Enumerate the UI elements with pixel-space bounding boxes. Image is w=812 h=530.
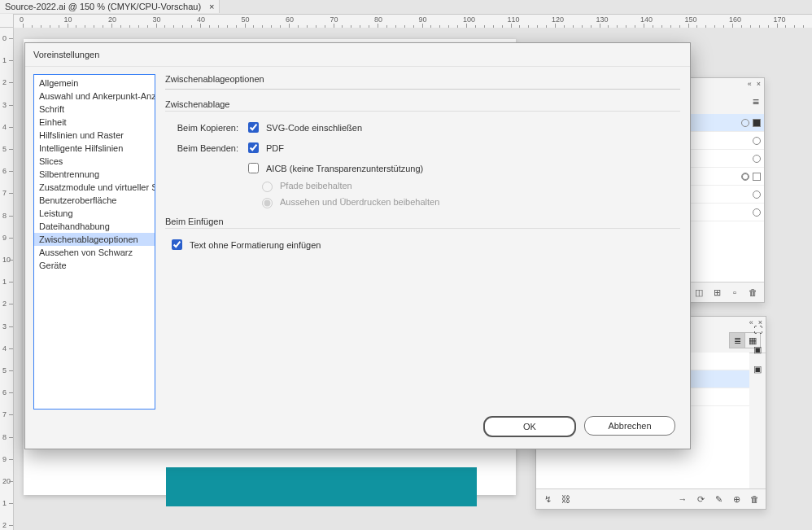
dialog-title: Voreinstellungen (25, 43, 690, 67)
preserve-appearance-radio: Aussehen und Überdrucken beibehalten (258, 195, 680, 208)
ruler-number: 150 (685, 15, 697, 24)
category-item[interactable]: Geräte (34, 259, 155, 272)
preserve-paths-radio: Pfade beibehalten (258, 179, 680, 192)
preserve-paths-radio-label: Pfade beibehalten (280, 181, 352, 191)
ruler-number: 0 (20, 15, 24, 24)
category-item[interactable]: Leistung (34, 207, 155, 220)
ruler-number: 130 (596, 15, 609, 24)
svg-code-checkbox[interactable]: SVG-Code einschließen (245, 120, 362, 135)
shape-rectangle[interactable] (166, 467, 477, 506)
content-title: Zwischenablageoptionen (165, 74, 680, 90)
category-item[interactable]: Einheit (34, 116, 155, 129)
paste-plain-checkbox[interactable]: Text ohne Formatierung einfügen (168, 237, 321, 252)
paste-plain-checkbox-input[interactable] (172, 239, 182, 250)
pdf-checkbox-label: PDF (266, 143, 284, 153)
ruler-number: 7 (2, 410, 7, 418)
ruler-number: 8 (2, 433, 7, 441)
ruler-number: 5 (2, 366, 7, 375)
ruler-number: 2 (2, 78, 7, 86)
ruler-number: 40 (197, 15, 205, 24)
group-clipboard-title: Zwischenablage (165, 99, 680, 112)
ruler-number: 70 (330, 15, 338, 24)
ruler-number: 2 (2, 521, 7, 529)
category-item[interactable]: Zwischenablageoptionen (34, 233, 155, 246)
group-paste-title: Beim Einfügen (165, 217, 680, 229)
category-item[interactable]: Aussehen von Schwarz (34, 246, 155, 259)
preserve-appearance-radio-input (262, 198, 273, 208)
cancel-button[interactable]: Abbrechen (584, 416, 675, 436)
aicb-checkbox-input[interactable] (248, 163, 259, 173)
ruler-number: 30 (153, 15, 161, 24)
category-item[interactable]: Auswahl und Ankerpunkt-Anzeige (34, 90, 155, 103)
quit-label: Beim Beenden: (165, 143, 238, 153)
ok-button[interactable]: OK (483, 416, 576, 437)
pdf-checkbox[interactable]: PDF (245, 140, 284, 155)
ruler-number: 3 (2, 101, 7, 109)
close-icon[interactable]: × (757, 80, 761, 88)
ruler-number: 50 (242, 15, 250, 24)
category-item[interactable]: Intelligente Hilfslinien (34, 142, 155, 155)
ruler-origin[interactable] (0, 14, 14, 28)
category-item[interactable]: Hilfslinien und Raster (34, 129, 155, 142)
ruler-number: 6 (2, 388, 7, 396)
image-icon[interactable]: ▣ (753, 364, 762, 374)
aicb-checkbox[interactable]: AICB (keine Transparenzunterstützung) (245, 160, 423, 176)
close-icon[interactable]: × (209, 0, 214, 13)
ruler-number: 1 (2, 499, 7, 507)
ruler-number: 1 (2, 56, 7, 64)
ruler-number: 9 (2, 234, 7, 242)
view-list-icon[interactable]: ≣ (729, 332, 745, 348)
category-item[interactable]: Slices (34, 155, 155, 168)
new-sublayer-icon[interactable]: ⊞ (712, 287, 722, 297)
category-item[interactable]: Benutzeroberfläche (34, 194, 155, 207)
ruler-number: 4 (2, 344, 7, 353)
app-root: Source-2022.ai @ 150 % (CMYK/CPU-Vorscha… (0, 0, 812, 530)
ruler-number: 90 (419, 15, 427, 24)
image-icon[interactable]: ▣ (753, 344, 762, 354)
copy-label: Beim Kopieren: (165, 123, 238, 133)
horizontal-ruler[interactable]: 0102030405060708090100110120130140150160… (13, 14, 812, 28)
ruler-number: 10 (64, 15, 72, 24)
document-tab-title: Source-2022.ai @ 150 % (CMYK/CPU-Vorscha… (5, 0, 201, 13)
ruler-number: 2 (2, 300, 7, 308)
vertical-ruler[interactable]: 01234567891012345678920123 (0, 14, 14, 530)
preserve-paths-radio-input (262, 182, 273, 192)
category-item[interactable]: Zusatzmodule und virtueller Speicher (34, 181, 155, 194)
ruler-number: 170 (774, 15, 786, 24)
ruler-number: 120 (552, 15, 564, 24)
links-panel-footer: ↯ ⛓ → ⟳ ✎ ⊕ 🗑 (536, 488, 766, 509)
relink-cc-icon[interactable]: ↯ (543, 494, 552, 504)
trash-icon[interactable]: 🗑 (748, 287, 757, 297)
edit-original-icon[interactable]: ✎ (714, 494, 723, 504)
document-tab[interactable]: Source-2022.ai @ 150 % (CMYK/CPU-Vorscha… (0, 0, 220, 13)
ruler-number: 80 (374, 15, 382, 24)
trash-icon[interactable]: 🗑 (749, 494, 759, 504)
ruler-number: 4 (2, 123, 7, 131)
ruler-number: 20 (108, 15, 116, 24)
category-item[interactable]: Dateihandhabung (34, 220, 155, 233)
embed-icon[interactable]: ⊕ (731, 494, 741, 504)
ruler-number: 0 (2, 34, 7, 42)
make-clip-icon[interactable]: ◫ (694, 287, 704, 297)
aicb-checkbox-label: AICB (keine Transparenzunterstützung) (266, 164, 423, 173)
category-item[interactable]: Schrift (34, 103, 155, 116)
go-to-link-icon[interactable]: → (678, 494, 688, 504)
pdf-checkbox-input[interactable] (248, 142, 259, 153)
new-layer-icon[interactable]: ▫ (730, 287, 740, 297)
svg-code-checkbox-input[interactable] (248, 122, 259, 133)
relink-icon[interactable]: ⛓ (561, 494, 570, 504)
category-item[interactable]: Silbentrennung (34, 168, 155, 181)
paste-plain-checkbox-label: Text ohne Formatierung einfügen (190, 240, 321, 250)
dialog-buttons: OK Abbrechen (483, 416, 675, 437)
panel-collapse-icon[interactable]: « (748, 80, 752, 88)
unembed-icon[interactable]: ⛶ (753, 325, 762, 335)
ruler-number: 6 (2, 167, 7, 175)
category-item[interactable]: Allgemein (34, 77, 155, 90)
aicb-radio-group: Pfade beibehalten Aussehen und Überdruck… (258, 179, 680, 208)
panel-menu-icon[interactable]: ≡ (753, 95, 759, 108)
category-list[interactable]: AllgemeinAuswahl und Ankerpunkt-AnzeigeS… (33, 74, 155, 410)
ruler-number: 5 (2, 145, 7, 153)
svg-code-checkbox-label: SVG-Code einschließen (266, 123, 362, 133)
update-link-icon[interactable]: ⟳ (696, 494, 705, 504)
ruler-number: 3 (2, 322, 7, 331)
